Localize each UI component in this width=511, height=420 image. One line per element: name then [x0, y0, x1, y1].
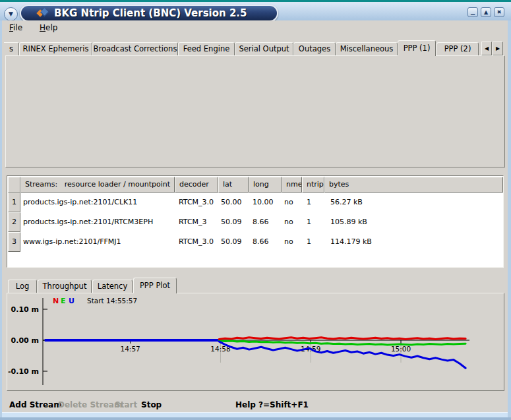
svg-text:14:57: 14:57	[121, 345, 140, 353]
svg-text:-0.10 m: -0.10 m	[8, 367, 39, 376]
cell-mountpoint: products.igs-ip.net:2101/RTCM3EPH	[23, 212, 153, 232]
row-header-2[interactable]: 2	[8, 212, 20, 232]
tab-scroll-right-button[interactable]: ▶	[493, 42, 503, 55]
bnc-window: ▼ BKG Ntrip Client (BNC) Version 2.5 ▁ ▲…	[0, 0, 511, 420]
tab-ppp-2[interactable]: PPP (2)	[436, 42, 479, 56]
svg-text:Start 14:55:57: Start 14:55:57	[87, 297, 137, 305]
status-bar	[2, 412, 508, 417]
tab-broadcast-corrections[interactable]: Broadcast Corrections	[92, 42, 178, 56]
cell-ntrip: 1	[307, 232, 311, 252]
cell-mountpoint: www.igs-ip.net:2101/FFMJ1	[23, 232, 121, 252]
cell-bytes: 114.179 kB	[330, 232, 372, 252]
col-header-long[interactable]: long	[249, 177, 282, 193]
svg-text:0.00 m: 0.00 m	[11, 336, 39, 345]
tab-scroll-left-button[interactable]: ◀	[481, 42, 492, 55]
cell-nmea: no	[284, 232, 293, 252]
cell-long: 10.00	[253, 193, 274, 212]
cell-nmea: no	[284, 193, 293, 212]
delete-stream-button: Delete Stream	[58, 400, 122, 409]
minimize-button[interactable]: ▁	[467, 7, 478, 17]
row-header-1[interactable]: 1	[8, 193, 20, 212]
tab-serial-output[interactable]: Serial Output	[235, 42, 293, 56]
ppp-plot-chart: 0.10 m0.00 m-0.10 m14:5714:5814:5915:00N…	[7, 293, 504, 390]
cell-ntrip: 1	[307, 212, 311, 232]
cell-bytes: 56.27 kB	[330, 193, 363, 212]
cell-lat: 50.09	[221, 232, 242, 252]
title-bar[interactable]: ▼ BKG Ntrip Client (BNC) Version 2.5 ▁ ▲…	[0, 2, 511, 20]
tab-miscellaneous[interactable]: Miscellaneous	[336, 42, 398, 56]
close-button[interactable]: ✖	[494, 7, 504, 17]
col-header-nmea[interactable]: nmea	[282, 177, 302, 193]
cell-decoder: RTCM_3.0	[179, 232, 214, 252]
cell-long: 8.66	[253, 232, 269, 252]
svg-text:U: U	[69, 297, 75, 305]
svg-text:15:00: 15:00	[391, 345, 411, 353]
minimize-icon: ▁	[471, 9, 475, 15]
tab-ppp-1[interactable]: PPP (1)	[398, 40, 436, 56]
cell-bytes: 105.89 kB	[330, 212, 367, 232]
menu-bar: File Help	[2, 20, 508, 36]
col-header-streams[interactable]: Streams: resource loader / mountpoint	[20, 177, 175, 193]
window-frame-bottom	[0, 417, 511, 420]
window-frame-right	[508, 20, 511, 420]
col-header-bytes[interactable]: bytes	[324, 177, 503, 193]
window-frame-left	[0, 20, 2, 420]
maximize-icon: ▲	[484, 9, 488, 15]
tab-clipped[interactable]: s	[4, 42, 19, 56]
tab-log[interactable]: Log	[8, 280, 37, 293]
maximize-button[interactable]: ▲	[481, 7, 491, 17]
cell-long: 8.66	[253, 212, 269, 232]
cell-lat: 50.09	[221, 212, 242, 232]
close-icon: ✖	[497, 9, 502, 15]
streams-table: Streams: resource loader / mountpoint de…	[7, 175, 504, 268]
scroll-right-icon: ▶	[496, 45, 500, 51]
cell-decoder: RTCM_3.0	[179, 193, 214, 212]
menu-file[interactable]: File	[9, 23, 22, 32]
window-menu-arrow-icon: ▼	[9, 11, 13, 17]
window-title: BKG Ntrip Client (BNC) Version 2.5	[54, 7, 247, 19]
tab-ppp-plot[interactable]: PPP Plot	[133, 278, 177, 293]
svg-text:0.10 m: 0.10 m	[11, 305, 39, 314]
row-header-3[interactable]: 3	[8, 232, 20, 252]
cell-lat: 50.00	[221, 193, 242, 212]
cell-ntrip: 1	[307, 193, 311, 212]
cell-mountpoint: products.igs-ip.net:2101/CLK11	[23, 193, 137, 212]
tab-rinex-ephemeris[interactable]: RINEX Ephemeris	[19, 42, 92, 56]
scroll-left-icon: ◀	[485, 45, 489, 51]
svg-text:E: E	[61, 297, 66, 305]
window-menu-button[interactable]: ▼	[4, 7, 18, 21]
tab-throughput[interactable]: Throughput	[38, 280, 92, 293]
cell-decoder: RTCM_3	[179, 212, 207, 232]
app-icon	[37, 9, 47, 18]
menu-help[interactable]: Help	[40, 23, 57, 32]
tab-latency[interactable]: Latency	[92, 280, 133, 293]
col-header-decoder[interactable]: decoder	[175, 177, 218, 193]
tab-feed-engine[interactable]: Feed Engine	[178, 42, 235, 56]
svg-text:N: N	[53, 297, 59, 305]
col-header-lat[interactable]: lat	[218, 177, 249, 193]
table-corner-cell	[8, 177, 20, 193]
add-stream-button[interactable]: Add Stream	[9, 400, 62, 409]
col-header-ntrip[interactable]: ntrip	[302, 177, 324, 193]
start-button: Start	[115, 400, 137, 409]
help-button[interactable]: Help ?=Shift+F1	[235, 400, 309, 409]
tab-outages[interactable]: Outages	[293, 42, 336, 56]
stop-button[interactable]: Stop	[141, 400, 162, 409]
cell-nmea: no	[284, 212, 293, 232]
ppp1-tab-pane	[5, 55, 505, 167]
